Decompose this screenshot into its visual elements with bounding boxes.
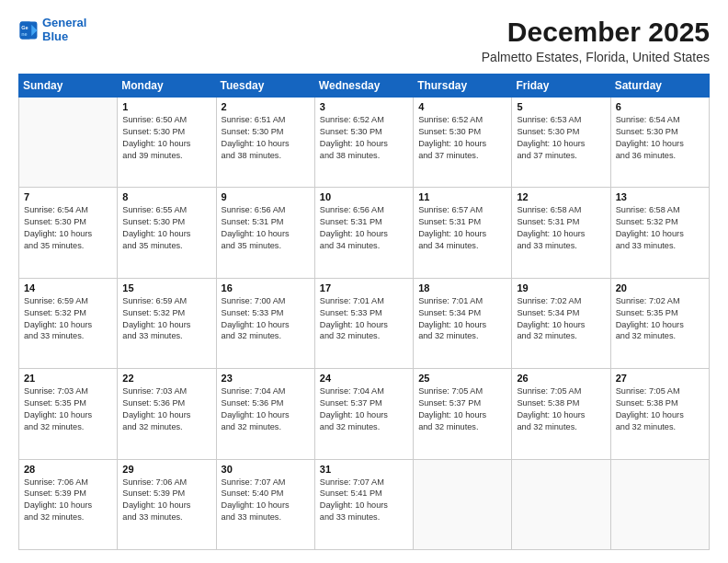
- cell-content: Sunrise: 7:07 AM Sunset: 5:41 PM Dayligh…: [320, 477, 408, 524]
- cell-content: Sunrise: 7:04 AM Sunset: 5:37 PM Dayligh…: [320, 385, 408, 433]
- calendar-week-2: 7Sunrise: 6:54 AM Sunset: 5:30 PM Daylig…: [19, 188, 710, 278]
- calendar-header-row: SundayMondayTuesdayWednesdayThursdayFrid…: [19, 75, 710, 98]
- cell-content: Sunrise: 7:02 AM Sunset: 5:35 PM Dayligh…: [616, 295, 704, 343]
- calendar-cell: 24Sunrise: 7:04 AM Sunset: 5:37 PM Dayli…: [314, 369, 413, 459]
- calendar-cell: 8Sunrise: 6:55 AM Sunset: 5:30 PM Daylig…: [118, 188, 216, 278]
- logo-text: General Blue: [42, 17, 86, 44]
- day-number: 23: [222, 373, 310, 384]
- calendar-cell: 27Sunrise: 7:05 AM Sunset: 5:38 PM Dayli…: [610, 369, 709, 459]
- page: Ge ne General Blue December 2025 Palmett…: [0, 0, 728, 563]
- calendar-header-saturday: Saturday: [610, 75, 709, 98]
- calendar-week-3: 14Sunrise: 6:59 AM Sunset: 5:32 PM Dayli…: [19, 278, 710, 368]
- logo-icon: Ge ne: [18, 20, 39, 40]
- day-number: 13: [616, 191, 704, 202]
- calendar-week-1: 1Sunrise: 6:50 AM Sunset: 5:30 PM Daylig…: [19, 98, 710, 188]
- calendar-cell: 23Sunrise: 7:04 AM Sunset: 5:36 PM Dayli…: [216, 369, 314, 459]
- day-number: 3: [320, 101, 408, 112]
- day-number: 17: [320, 282, 408, 293]
- calendar-cell: 20Sunrise: 7:02 AM Sunset: 5:35 PM Dayli…: [610, 278, 709, 368]
- calendar-cell: 11Sunrise: 6:57 AM Sunset: 5:31 PM Dayli…: [414, 188, 512, 278]
- calendar-cell: 1Sunrise: 6:50 AM Sunset: 5:30 PM Daylig…: [118, 98, 216, 188]
- cell-content: Sunrise: 6:59 AM Sunset: 5:32 PM Dayligh…: [122, 295, 210, 343]
- day-number: 22: [122, 373, 210, 384]
- calendar-cell: [610, 459, 709, 549]
- cell-content: Sunrise: 7:05 AM Sunset: 5:37 PM Dayligh…: [418, 385, 506, 433]
- day-number: 15: [122, 282, 210, 293]
- calendar-cell: [19, 98, 118, 188]
- cell-content: Sunrise: 6:58 AM Sunset: 5:32 PM Dayligh…: [616, 204, 704, 252]
- calendar-cell: 12Sunrise: 6:58 AM Sunset: 5:31 PM Dayli…: [512, 188, 610, 278]
- svg-text:Ge: Ge: [21, 25, 28, 30]
- day-number: 12: [517, 191, 605, 202]
- calendar-cell: 9Sunrise: 6:56 AM Sunset: 5:31 PM Daylig…: [216, 188, 314, 278]
- cell-content: Sunrise: 6:56 AM Sunset: 5:31 PM Dayligh…: [222, 204, 310, 252]
- day-number: 24: [320, 373, 408, 384]
- day-number: 6: [616, 101, 704, 112]
- day-number: 25: [418, 373, 506, 384]
- calendar-cell: 5Sunrise: 6:53 AM Sunset: 5:30 PM Daylig…: [512, 98, 610, 188]
- day-number: 10: [320, 191, 408, 202]
- cell-content: Sunrise: 6:54 AM Sunset: 5:30 PM Dayligh…: [24, 204, 112, 252]
- day-number: 18: [418, 282, 506, 293]
- day-number: 16: [222, 282, 310, 293]
- cell-content: Sunrise: 7:01 AM Sunset: 5:34 PM Dayligh…: [418, 295, 506, 343]
- cell-content: Sunrise: 6:54 AM Sunset: 5:30 PM Dayligh…: [616, 114, 704, 162]
- calendar-header-tuesday: Tuesday: [216, 75, 314, 98]
- calendar-cell: 13Sunrise: 6:58 AM Sunset: 5:32 PM Dayli…: [610, 188, 709, 278]
- calendar-cell: 25Sunrise: 7:05 AM Sunset: 5:37 PM Dayli…: [414, 369, 512, 459]
- calendar-header-sunday: Sunday: [19, 75, 118, 98]
- day-number: 9: [222, 191, 310, 202]
- calendar-cell: 30Sunrise: 7:07 AM Sunset: 5:40 PM Dayli…: [216, 459, 314, 549]
- calendar-cell: [512, 459, 610, 549]
- cell-content: Sunrise: 7:06 AM Sunset: 5:39 PM Dayligh…: [122, 477, 210, 524]
- calendar-cell: 4Sunrise: 6:52 AM Sunset: 5:30 PM Daylig…: [414, 98, 512, 188]
- calendar-cell: 7Sunrise: 6:54 AM Sunset: 5:30 PM Daylig…: [19, 188, 118, 278]
- day-number: 30: [222, 464, 310, 475]
- cell-content: Sunrise: 6:50 AM Sunset: 5:30 PM Dayligh…: [122, 114, 210, 162]
- calendar-cell: 28Sunrise: 7:06 AM Sunset: 5:39 PM Dayli…: [19, 459, 118, 549]
- cell-content: Sunrise: 7:05 AM Sunset: 5:38 PM Dayligh…: [517, 385, 605, 433]
- day-number: 21: [24, 373, 112, 384]
- calendar-week-4: 21Sunrise: 7:03 AM Sunset: 5:35 PM Dayli…: [19, 369, 710, 459]
- location: Palmetto Estates, Florida, United States: [482, 50, 710, 64]
- calendar-cell: 19Sunrise: 7:02 AM Sunset: 5:34 PM Dayli…: [512, 278, 610, 368]
- calendar-cell: 3Sunrise: 6:52 AM Sunset: 5:30 PM Daylig…: [314, 98, 413, 188]
- calendar-header-thursday: Thursday: [414, 75, 512, 98]
- cell-content: Sunrise: 6:53 AM Sunset: 5:30 PM Dayligh…: [517, 114, 605, 162]
- day-number: 4: [418, 101, 506, 112]
- day-number: 27: [616, 373, 704, 384]
- cell-content: Sunrise: 7:05 AM Sunset: 5:38 PM Dayligh…: [616, 385, 704, 433]
- day-number: 14: [24, 282, 112, 293]
- cell-content: Sunrise: 6:52 AM Sunset: 5:30 PM Dayligh…: [418, 114, 506, 162]
- day-number: 19: [517, 282, 605, 293]
- cell-content: Sunrise: 7:06 AM Sunset: 5:39 PM Dayligh…: [24, 477, 112, 524]
- cell-content: Sunrise: 6:58 AM Sunset: 5:31 PM Dayligh…: [517, 204, 605, 252]
- cell-content: Sunrise: 6:59 AM Sunset: 5:32 PM Dayligh…: [24, 295, 112, 343]
- calendar-header-monday: Monday: [118, 75, 216, 98]
- calendar-cell: 18Sunrise: 7:01 AM Sunset: 5:34 PM Dayli…: [414, 278, 512, 368]
- calendar-cell: 15Sunrise: 6:59 AM Sunset: 5:32 PM Dayli…: [118, 278, 216, 368]
- title-block: December 2025 Palmetto Estates, Florida,…: [482, 17, 710, 64]
- day-number: 20: [616, 282, 704, 293]
- calendar-table: SundayMondayTuesdayWednesdayThursdayFrid…: [18, 74, 710, 550]
- cell-content: Sunrise: 7:02 AM Sunset: 5:34 PM Dayligh…: [517, 295, 605, 343]
- cell-content: Sunrise: 6:55 AM Sunset: 5:30 PM Dayligh…: [122, 204, 210, 252]
- day-number: 31: [320, 464, 408, 475]
- calendar-cell: 21Sunrise: 7:03 AM Sunset: 5:35 PM Dayli…: [19, 369, 118, 459]
- cell-content: Sunrise: 7:07 AM Sunset: 5:40 PM Dayligh…: [222, 477, 310, 524]
- calendar-week-5: 28Sunrise: 7:06 AM Sunset: 5:39 PM Dayli…: [19, 459, 710, 549]
- month-title: December 2025: [482, 17, 710, 48]
- calendar-cell: 2Sunrise: 6:51 AM Sunset: 5:30 PM Daylig…: [216, 98, 314, 188]
- calendar-header-friday: Friday: [512, 75, 610, 98]
- day-number: 26: [517, 373, 605, 384]
- header: Ge ne General Blue December 2025 Palmett…: [18, 17, 710, 64]
- cell-content: Sunrise: 7:01 AM Sunset: 5:33 PM Dayligh…: [320, 295, 408, 343]
- svg-text:ne: ne: [21, 30, 27, 36]
- calendar-cell: 22Sunrise: 7:03 AM Sunset: 5:36 PM Dayli…: [118, 369, 216, 459]
- calendar-cell: 17Sunrise: 7:01 AM Sunset: 5:33 PM Dayli…: [314, 278, 413, 368]
- day-number: 11: [418, 191, 506, 202]
- logo: Ge ne General Blue: [18, 17, 86, 44]
- calendar-header-wednesday: Wednesday: [314, 75, 413, 98]
- cell-content: Sunrise: 6:56 AM Sunset: 5:31 PM Dayligh…: [320, 204, 408, 252]
- day-number: 2: [222, 101, 310, 112]
